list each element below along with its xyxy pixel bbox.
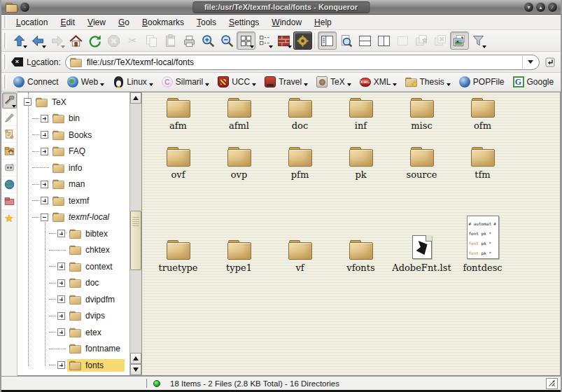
scrollbar-track[interactable] xyxy=(130,104,141,353)
tree-item-chktex[interactable]: chktex xyxy=(17,242,129,259)
file-item-ofm[interactable]: ofm xyxy=(452,98,513,131)
tree-item-dvips[interactable]: dvips xyxy=(17,308,129,325)
title-bar[interactable]: · file:/usr/TeX/texmf-local/fonts - Konq… xyxy=(1,0,561,15)
scroll-down-button[interactable] xyxy=(130,364,141,375)
tree-item-texmf[interactable]: texmf xyxy=(17,192,129,209)
clear-location-icon[interactable]: × xyxy=(11,57,23,66)
sidebar-tab-root-folder[interactable] xyxy=(2,193,17,209)
minimize-button[interactable]: ▾ xyxy=(524,2,534,13)
sidebar-tab-bookmarks[interactable] xyxy=(2,109,17,125)
menu-edit[interactable]: Edit xyxy=(54,16,81,29)
menu-help[interactable]: Help xyxy=(308,16,338,29)
tree-item-dvipdfm[interactable]: dvipdfm xyxy=(17,291,129,308)
file-item-tfm[interactable]: tfm xyxy=(452,147,513,180)
tree-item-doc[interactable]: doc xyxy=(17,275,129,292)
file-item-pfm[interactable]: pfm xyxy=(269,147,330,180)
home-button[interactable] xyxy=(66,31,85,50)
scroll-up-button-2[interactable] xyxy=(130,353,141,364)
gear-button[interactable] xyxy=(293,31,312,50)
file-item-source[interactable]: source xyxy=(391,147,452,180)
tree-item-fontname[interactable]: fontname xyxy=(17,341,129,358)
menu-tools[interactable]: Tools xyxy=(190,16,223,29)
file-item-afml[interactable]: afml xyxy=(209,98,269,131)
sidebar-tab-history[interactable] xyxy=(2,126,17,142)
bookmark-travel[interactable]: Travel xyxy=(261,75,311,89)
reload-button[interactable] xyxy=(85,31,104,50)
resize-grip[interactable] xyxy=(546,378,558,389)
expand-expander-icon[interactable] xyxy=(57,230,65,237)
go-button[interactable] xyxy=(542,55,558,70)
file-item-truetype[interactable]: truetype xyxy=(148,240,209,273)
maximize-button[interactable]: ▴ xyxy=(535,2,546,13)
file-icon-view[interactable]: afm afml doc inf misc ofm ovf ovp pfm pk… xyxy=(142,92,561,376)
file-item-vfonts[interactable]: vfonts xyxy=(330,240,391,273)
multicolumn-view-button[interactable] xyxy=(255,31,274,50)
menu-go[interactable]: Go xyxy=(112,16,136,29)
up-button[interactable] xyxy=(10,31,29,50)
zoom-in-button[interactable] xyxy=(199,31,218,50)
tree-item-context[interactable]: context xyxy=(17,258,129,275)
expand-expander-icon[interactable] xyxy=(57,262,65,270)
tree-item-man[interactable]: man xyxy=(17,176,129,193)
toolbar-grip[interactable] xyxy=(3,16,7,28)
toolbar-grip[interactable] xyxy=(3,33,7,48)
tree-item-TeX[interactable]: TeX xyxy=(17,94,129,111)
bookmark-thesis[interactable]: ★Thesis xyxy=(402,75,454,89)
file-item-fontdesc[interactable]: # automat # font pk * font pk * font pk … xyxy=(452,216,513,273)
print-button[interactable] xyxy=(180,31,199,50)
scrollbar-thumb[interactable] xyxy=(130,211,141,270)
split-view-left-right-button[interactable] xyxy=(374,31,393,50)
bookmark-web[interactable]: Web xyxy=(64,75,108,89)
expand-expander-icon[interactable] xyxy=(41,148,48,155)
sidebar-tab-network[interactable] xyxy=(2,176,17,192)
menu-location[interactable]: Location xyxy=(10,16,54,29)
file-item-misc[interactable]: misc xyxy=(391,98,452,131)
bookmark-xml[interactable]: XMLXML xyxy=(356,75,401,89)
file-item-ovp[interactable]: ovp xyxy=(209,147,269,180)
zoom-out-button[interactable] xyxy=(218,31,237,50)
tree-item-bin[interactable]: bin xyxy=(17,111,129,127)
file-item-vf[interactable]: vf xyxy=(269,240,330,273)
expand-expander-icon[interactable] xyxy=(41,181,48,188)
toolbar-grip[interactable] xyxy=(3,75,7,88)
expand-expander-icon[interactable] xyxy=(57,295,65,303)
close-button[interactable]: ∕ xyxy=(547,2,558,13)
menu-view[interactable]: View xyxy=(81,16,112,29)
show-sidebar-button[interactable] xyxy=(318,31,337,50)
menu-window[interactable]: Window xyxy=(265,16,308,29)
tree-item-bibtex[interactable]: bibtex xyxy=(17,225,129,242)
find-file-button[interactable] xyxy=(337,31,356,50)
location-combo[interactable] xyxy=(65,55,540,70)
back-button[interactable] xyxy=(29,31,48,50)
menu-settings[interactable]: Settings xyxy=(223,16,265,29)
file-item-type1[interactable]: type1 xyxy=(209,240,269,273)
expand-expander-icon[interactable] xyxy=(41,197,48,204)
tree-item-info[interactable]: info xyxy=(17,160,129,176)
bookmark-connect[interactable]: Connect xyxy=(10,75,62,89)
expand-expander-icon[interactable] xyxy=(57,328,65,336)
toolbar-grip[interactable] xyxy=(3,55,7,70)
location-input[interactable] xyxy=(87,57,522,67)
sidebar-tab-home-folder[interactable] xyxy=(2,143,17,159)
scroll-up-button[interactable] xyxy=(130,92,141,104)
expand-expander-icon[interactable] xyxy=(41,131,48,139)
icon-view-button[interactable] xyxy=(237,31,255,50)
tree-item-texmf-local[interactable]: texmf-local xyxy=(17,209,129,226)
bookmark-popfile[interactable]: POPFile xyxy=(456,75,508,89)
split-view-top-bottom-button[interactable] xyxy=(356,31,374,50)
sticky-button[interactable]: · xyxy=(20,2,30,13)
file-item-adobefnt[interactable]: AdobeFnt.lst xyxy=(391,235,452,273)
collapse-expander-icon[interactable] xyxy=(24,98,31,106)
file-item-doc[interactable]: doc xyxy=(269,98,330,131)
tree-item-etex[interactable]: etex xyxy=(17,324,129,341)
thumbnails-button[interactable] xyxy=(450,31,469,50)
expand-expander-icon[interactable] xyxy=(57,361,65,369)
file-item-afm[interactable]: afm xyxy=(148,98,209,131)
bookmark-ucc[interactable]: UCC xyxy=(214,75,260,89)
file-item-ovf[interactable]: ovf xyxy=(148,147,209,180)
bookmark-tex[interactable]: TeX xyxy=(313,75,355,89)
tree-scrollbar[interactable] xyxy=(129,92,141,375)
tree-item-fonts[interactable]: fonts xyxy=(17,357,129,374)
file-item-pk[interactable]: pk xyxy=(330,147,391,180)
bookmark-silmaril[interactable]: CSilmaril xyxy=(158,75,213,89)
